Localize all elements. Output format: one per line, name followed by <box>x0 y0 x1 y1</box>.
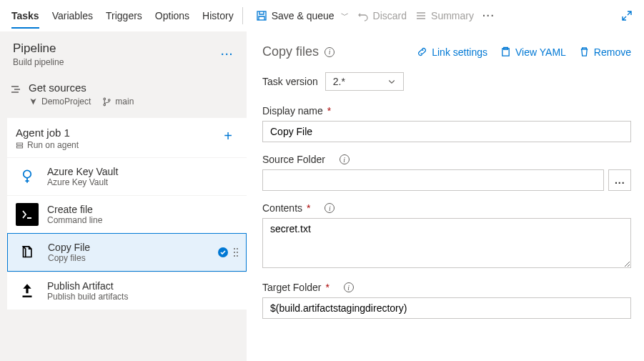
svg-point-6 <box>24 170 31 178</box>
toolbar-separator <box>242 7 243 24</box>
agent-job-subtitle: Run on agent <box>27 140 79 150</box>
link-settings-button[interactable]: Link settings <box>417 46 487 58</box>
svg-point-13 <box>237 255 238 257</box>
link-settings-label: Link settings <box>432 46 487 58</box>
info-icon[interactable]: i <box>325 203 335 213</box>
required-marker: * <box>325 282 329 293</box>
summary-label: Summary <box>431 10 474 21</box>
repo-name: DemoProject <box>41 97 91 107</box>
trash-icon <box>579 46 590 57</box>
save-queue-label: Save & queue <box>272 10 335 21</box>
required-marker: * <box>307 202 310 214</box>
svg-point-12 <box>234 255 235 257</box>
tab-triggers[interactable]: Triggers <box>106 3 142 29</box>
summary-icon <box>415 10 427 21</box>
info-icon[interactable]: i <box>344 282 354 292</box>
remove-button[interactable]: Remove <box>579 46 631 58</box>
task-item-azure-key-vault[interactable]: Azure Key Vault Azure Key Vault <box>7 157 247 195</box>
target-folder-input[interactable] <box>262 297 631 319</box>
tab-tasks[interactable]: Tasks <box>11 3 39 29</box>
browse-button[interactable]: ... <box>608 169 631 191</box>
svg-point-2 <box>104 104 106 106</box>
copy-icon <box>19 243 37 262</box>
sources-icon <box>10 84 21 95</box>
source-folder-input[interactable] <box>262 169 604 191</box>
fullscreen-button[interactable] <box>621 10 633 21</box>
add-task-button[interactable]: + <box>224 127 237 144</box>
task-item-copy-file[interactable]: Copy File Copy files <box>7 233 247 272</box>
drag-handle-icon[interactable] <box>233 247 239 258</box>
task-title: Azure Key Vault <box>47 166 239 177</box>
toolbar-more-button[interactable]: ··· <box>478 7 500 24</box>
svg-point-10 <box>234 252 235 253</box>
info-icon[interactable]: i <box>325 47 335 57</box>
tab-history[interactable]: History <box>202 3 234 29</box>
svg-point-11 <box>237 252 238 253</box>
display-name-label: Display name <box>262 105 323 117</box>
svg-point-3 <box>109 99 111 101</box>
svg-point-1 <box>104 98 106 100</box>
tab-options[interactable]: Options <box>155 3 189 29</box>
svg-rect-5 <box>16 146 22 148</box>
svg-rect-14 <box>23 296 32 297</box>
task-title: Copy File <box>48 242 209 253</box>
svg-point-8 <box>234 248 235 249</box>
task-item-create-file[interactable]: Create file Command line <box>7 195 247 233</box>
pipeline-title: Pipeline <box>13 41 64 56</box>
detail-title: Copy files <box>262 44 319 59</box>
contents-textarea[interactable] <box>262 218 631 268</box>
terminal-icon <box>20 207 34 222</box>
svg-point-9 <box>237 248 238 249</box>
check-circle-icon <box>217 247 229 258</box>
upload-icon <box>18 282 36 300</box>
task-version-label: Task version <box>262 76 318 87</box>
required-marker: * <box>327 105 331 117</box>
summary-button: Summary <box>411 7 478 24</box>
repo-icon <box>29 97 38 107</box>
ellipsis-icon: ··· <box>482 10 495 21</box>
task-subtitle: Publish build artifacts <box>47 292 239 302</box>
clipboard-icon <box>500 46 511 57</box>
tab-variables[interactable]: Variables <box>52 3 93 29</box>
discard-label: Discard <box>373 10 407 21</box>
server-icon <box>16 142 24 149</box>
contents-label: Contents <box>262 202 302 214</box>
task-subtitle: Copy files <box>48 253 209 263</box>
agent-job-title[interactable]: Agent job 1 <box>16 127 79 139</box>
task-version-select[interactable]: 2.* <box>325 72 404 91</box>
task-item-publish-artifact[interactable]: Publish Artifact Publish build artifacts <box>7 272 247 310</box>
branch-icon <box>102 97 112 107</box>
task-title: Create file <box>47 204 239 215</box>
save-icon <box>256 10 267 21</box>
info-icon[interactable]: i <box>340 154 350 164</box>
view-yaml-label: View YAML <box>515 46 566 58</box>
remove-label: Remove <box>594 46 631 58</box>
pipeline-subtitle: Build pipeline <box>13 57 64 67</box>
key-vault-icon <box>17 167 37 187</box>
undo-icon <box>357 10 369 21</box>
branch-name: main <box>115 97 134 107</box>
target-folder-label: Target Folder <box>262 282 321 293</box>
chevron-down-icon: ﹀ <box>341 10 349 21</box>
task-subtitle: Azure Key Vault <box>47 177 239 187</box>
source-folder-label: Source Folder <box>262 154 325 165</box>
task-version-value: 2.* <box>333 76 345 87</box>
task-title: Publish Artifact <box>47 280 239 292</box>
view-yaml-button[interactable]: View YAML <box>500 46 566 58</box>
get-sources-item[interactable]: Get sources DemoProject <box>0 74 247 118</box>
chevron-down-icon <box>387 77 396 86</box>
save-queue-button[interactable]: Save & queue ﹀ <box>252 7 353 24</box>
pipeline-more-button[interactable]: ··· <box>221 49 234 60</box>
sources-title: Get sources <box>29 81 234 94</box>
task-subtitle: Command line <box>47 215 239 225</box>
svg-rect-4 <box>16 143 22 145</box>
link-icon <box>417 46 427 57</box>
discard-button: Discard <box>353 7 411 24</box>
display-name-input[interactable] <box>262 121 631 142</box>
